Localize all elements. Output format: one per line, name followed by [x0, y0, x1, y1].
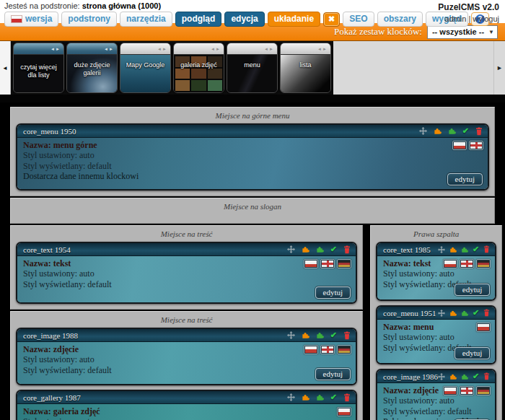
block-title-bar[interactable]: core_text 1985 ✔	[377, 243, 495, 256]
move-icon[interactable]	[287, 245, 295, 253]
block-title-bar[interactable]: core_gallery 1987 ✔	[17, 391, 356, 404]
edit-button[interactable]: edytuj	[315, 368, 351, 380]
flag-pl-button[interactable]	[452, 141, 467, 150]
trash-icon[interactable]	[343, 245, 351, 254]
block-core-image-1988[interactable]: core_image 1988 ✔	[16, 328, 357, 385]
carousel-prev-button[interactable]: ◄	[0, 41, 11, 95]
check-icon[interactable]: ✔	[473, 309, 479, 317]
puzzle-orange-icon[interactable]	[302, 331, 309, 339]
check-icon[interactable]: ✔	[330, 331, 337, 339]
puzzle-orange-icon[interactable]	[449, 246, 457, 253]
obszary-button[interactable]: obszary	[377, 12, 423, 27]
move-icon[interactable]	[287, 393, 295, 401]
block-core-menu-1951[interactable]: core_menu 1951 ✔	[376, 305, 496, 364]
check-icon[interactable]: ✔	[330, 245, 337, 253]
trash-icon[interactable]	[483, 372, 490, 380]
tile-drag-header[interactable]: ◄►	[281, 43, 330, 55]
block-tile-menu[interactable]: ◄► menu	[227, 43, 278, 93]
flag-en-button[interactable]	[469, 141, 483, 150]
tile-drag-header[interactable]: ◄►	[120, 43, 170, 55]
narzedzia-button[interactable]: narzędzia	[120, 12, 172, 27]
wersja-button[interactable]: wersja	[4, 12, 58, 27]
puzzle-orange-icon[interactable]	[449, 310, 457, 317]
flag-en-button[interactable]	[320, 259, 335, 268]
flag-pl-button[interactable]	[443, 259, 457, 268]
puzzle-orange-icon[interactable]	[302, 245, 309, 253]
edit-button[interactable]: edytuj	[454, 284, 491, 296]
blockset-select[interactable]: -- wszystkie -- ▼	[427, 25, 498, 39]
trash-icon[interactable]	[343, 331, 351, 340]
block-core-text-1985[interactable]: core_text 1985 ✔	[376, 242, 496, 301]
block-core-menu-1950[interactable]: core_menu 1950 ✔ Nazwa: menu górne Styl …	[16, 123, 489, 191]
flag-de-button[interactable]	[337, 345, 351, 354]
puzzle-green-icon[interactable]	[461, 310, 468, 317]
flag-en-button[interactable]	[460, 259, 474, 268]
puzzle-green-icon[interactable]	[316, 245, 324, 253]
block-core-text-1954[interactable]: core_text 1954 ✔ Nazwa: tekst	[16, 242, 357, 304]
puzzle-green-icon[interactable]	[461, 246, 468, 253]
trash-icon[interactable]	[343, 393, 351, 402]
block-title-bar[interactable]: core_text 1954 ✔	[17, 243, 356, 256]
check-icon[interactable]: ✔	[462, 127, 469, 135]
puzzle-orange-icon[interactable]	[434, 127, 442, 135]
flag-pl-button[interactable]	[476, 323, 491, 332]
check-icon[interactable]: ✔	[330, 393, 337, 401]
edit-button[interactable]: edytuj	[315, 286, 351, 299]
puzzle-green-icon[interactable]	[448, 127, 456, 135]
puzzle-orange-icon[interactable]	[302, 393, 309, 401]
move-icon[interactable]	[438, 310, 445, 317]
flag-pl-button[interactable]	[304, 345, 318, 354]
tile-drag-header[interactable]: ◄►	[14, 43, 63, 55]
flag-pl-button[interactable]	[337, 407, 351, 416]
move-icon[interactable]	[287, 331, 295, 339]
flag-pl-button[interactable]	[304, 259, 318, 268]
block-title-bar[interactable]: core_image 1986 ✔	[377, 370, 495, 383]
trash-icon[interactable]	[475, 127, 483, 136]
block-style-set-line: Styl ustawiony: auto	[23, 355, 350, 364]
resize-arrows-icon: ◄►	[50, 47, 61, 51]
block-tile-galeria-zdjec[interactable]: ◄► galeria zdjęć	[173, 43, 224, 93]
flag-de-button[interactable]	[476, 259, 491, 268]
tile-drag-header[interactable]: ◄►	[227, 43, 277, 55]
block-title: core_image 1986	[383, 372, 438, 381]
block-tile-mapy-google[interactable]: ◄► Mapy Google	[120, 43, 171, 93]
move-icon[interactable]	[438, 373, 445, 380]
flag-en-button[interactable]	[460, 386, 474, 395]
flag-de-button[interactable]	[337, 259, 351, 268]
check-icon[interactable]: ✔	[473, 245, 479, 253]
block-core-gallery-1987[interactable]: core_gallery 1987 ✔	[16, 390, 357, 420]
block-tile-duze-zdjecie-galerii[interactable]: ◄► duże zdjęcie galerii	[66, 43, 118, 93]
puzzle-green-icon[interactable]	[461, 373, 468, 380]
block-tile-lista[interactable]: ◄► lista	[280, 43, 331, 93]
puzzle-orange-icon[interactable]	[449, 373, 457, 380]
close-button[interactable]: ✖	[323, 12, 340, 27]
ukladanie-button[interactable]: układanie	[268, 12, 320, 27]
block-title-bar[interactable]: core_menu 1951 ✔	[377, 307, 495, 320]
carousel-next-button[interactable]: ►	[493, 41, 505, 95]
edit-button[interactable]: edytuj	[454, 347, 491, 359]
podglad-button[interactable]: podgląd	[175, 12, 222, 27]
language-flags	[337, 407, 351, 416]
seo-button[interactable]: SEO	[343, 12, 374, 27]
move-icon[interactable]	[438, 246, 445, 253]
flag-en-button[interactable]	[320, 345, 335, 354]
tile-drag-header[interactable]: ◄►	[67, 43, 117, 55]
user-logout-link[interactable]: admin | wyloguj	[438, 14, 499, 23]
block-core-image-1986[interactable]: core_image 1986 ✔	[376, 369, 496, 420]
edycja-button[interactable]: edycja	[224, 12, 264, 27]
puzzle-green-icon[interactable]	[316, 331, 324, 339]
block-title-bar[interactable]: core_image 1988 ✔	[17, 329, 356, 342]
trash-icon[interactable]	[483, 245, 490, 253]
podstrony-button[interactable]: podstrony	[61, 12, 117, 27]
trash-icon[interactable]	[483, 309, 490, 317]
move-icon[interactable]	[419, 127, 427, 135]
flag-de-button[interactable]	[476, 386, 491, 395]
block-tile-czytaj-wiecej-dla-listy[interactable]: ◄► czytaj więcej dla listy	[13, 43, 64, 93]
edit-button[interactable]: edytuj	[447, 173, 483, 185]
puzzle-green-icon[interactable]	[316, 393, 324, 401]
tile-label: duże zdjęcie galerii	[67, 61, 117, 92]
flag-pl-button[interactable]	[443, 386, 457, 395]
tile-drag-header[interactable]: ◄►	[174, 43, 224, 55]
check-icon[interactable]: ✔	[473, 372, 479, 380]
block-title-bar[interactable]: core_menu 1950 ✔	[17, 125, 488, 138]
